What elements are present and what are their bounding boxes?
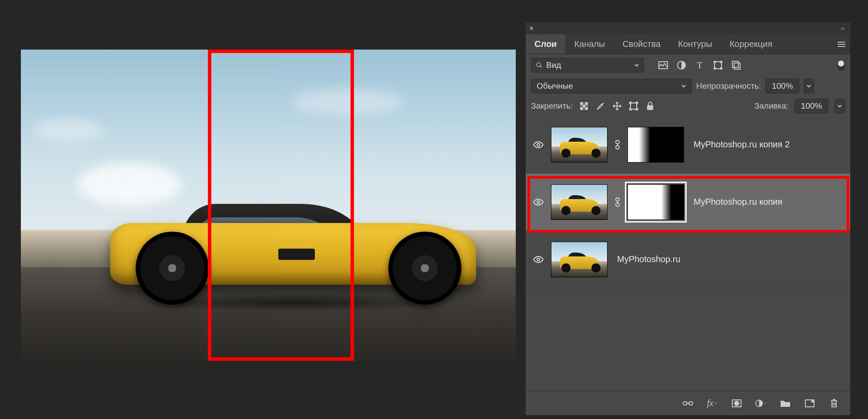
- annotation-rectangle-canvas: [208, 50, 354, 361]
- fill-value[interactable]: 100%: [795, 99, 828, 113]
- layer-effects-icon[interactable]: fx: [707, 398, 718, 409]
- svg-line-1: [540, 66, 541, 67]
- svg-rect-21: [616, 146, 619, 149]
- canvas[interactable]: [21, 50, 516, 361]
- mask-link-icon[interactable]: [614, 197, 621, 207]
- svg-rect-12: [580, 102, 583, 105]
- filter-adjustment-icon[interactable]: [676, 60, 687, 70]
- tab-channels[interactable]: Каналы: [565, 34, 614, 54]
- blend-mode-select[interactable]: Обычные: [531, 79, 692, 93]
- svg-rect-24: [616, 198, 619, 201]
- svg-rect-6: [721, 61, 722, 63]
- filter-shape-icon[interactable]: [713, 60, 723, 70]
- svg-point-32: [734, 401, 739, 406]
- opacity-value[interactable]: 100%: [765, 79, 799, 93]
- lock-brush-icon[interactable]: [595, 101, 606, 111]
- delete-layer-icon[interactable]: [828, 398, 840, 409]
- layer-mask-thumbnail[interactable]: [628, 127, 684, 163]
- blend-mode-label: Обычные: [537, 81, 573, 91]
- new-layer-icon[interactable]: [804, 398, 815, 409]
- filter-kind-label: Вид: [546, 60, 561, 70]
- lock-artboard-icon[interactable]: [628, 101, 639, 111]
- svg-rect-17: [631, 103, 637, 109]
- lock-position-icon[interactable]: [612, 101, 622, 111]
- svg-rect-9: [732, 61, 738, 67]
- layer-name-label[interactable]: MyPhotoshop.ru копия 2: [694, 140, 790, 150]
- layer-row[interactable]: MyPhotoshop.ru копия: [526, 173, 850, 231]
- link-layers-icon[interactable]: [682, 398, 694, 409]
- panel-menu-icon[interactable]: [833, 34, 850, 54]
- panel-titlebar: × ››: [526, 22, 850, 34]
- panel-tabs: Слои Каналы Свойства Контуры Коррекция: [526, 34, 850, 54]
- opacity-label: Непрозрачность:: [696, 81, 761, 91]
- lock-transparency-icon[interactable]: [579, 101, 589, 111]
- svg-rect-15: [580, 107, 583, 110]
- lock-fill-row: Закрепить: Заливка: 100%: [526, 96, 850, 116]
- svg-rect-7: [714, 68, 715, 70]
- svg-point-27: [537, 258, 540, 261]
- svg-rect-5: [714, 61, 715, 63]
- svg-rect-10: [734, 63, 740, 69]
- layers-list: MyPhotoshop.ru копия 2 MyPhotoshop.ru ко…: [526, 116, 850, 391]
- mask-link-icon[interactable]: [614, 140, 621, 150]
- tab-paths[interactable]: Контуры: [669, 34, 721, 54]
- collapse-icon[interactable]: ››: [835, 25, 850, 32]
- svg-rect-13: [585, 102, 588, 105]
- svg-point-19: [537, 143, 540, 146]
- tab-adjustments[interactable]: Коррекция: [721, 34, 781, 54]
- close-icon[interactable]: ×: [526, 24, 537, 33]
- layer-thumbnail[interactable]: [551, 127, 608, 163]
- add-mask-icon[interactable]: [731, 398, 742, 409]
- svg-rect-25: [616, 203, 619, 206]
- filter-pixel-icon[interactable]: [658, 60, 668, 70]
- svg-point-0: [537, 63, 541, 67]
- svg-point-23: [537, 201, 540, 203]
- tab-layers[interactable]: Слои: [526, 34, 565, 54]
- new-adjustment-icon[interactable]: [755, 398, 767, 409]
- layers-bottom-bar: fx: [526, 391, 850, 415]
- fill-chevron[interactable]: [835, 99, 845, 113]
- svg-rect-8: [721, 68, 722, 70]
- layer-filter-row: Вид T: [526, 54, 850, 76]
- visibility-toggle[interactable]: [532, 138, 545, 151]
- layer-name-label[interactable]: MyPhotoshop.ru: [617, 254, 681, 264]
- svg-rect-14: [583, 105, 585, 107]
- filter-smartobject-icon[interactable]: [731, 60, 741, 70]
- opacity-chevron[interactable]: [804, 79, 814, 93]
- layer-row[interactable]: MyPhotoshop.ru копия 2: [526, 116, 850, 173]
- tab-properties[interactable]: Свойства: [614, 34, 669, 54]
- svg-rect-16: [585, 107, 588, 110]
- layer-name-label[interactable]: MyPhotoshop.ru копия: [694, 197, 782, 207]
- layer-mask-thumbnail[interactable]: [628, 184, 684, 220]
- layer-row[interactable]: MyPhotoshop.ru: [526, 231, 850, 288]
- filter-kind-select[interactable]: Вид: [531, 58, 644, 73]
- filter-type-icon[interactable]: T: [694, 60, 705, 70]
- visibility-toggle[interactable]: [532, 253, 545, 266]
- svg-rect-20: [616, 140, 619, 144]
- blend-opacity-row: Обычные Непрозрачность: 100%: [526, 76, 850, 96]
- lock-all-icon[interactable]: [645, 101, 655, 111]
- filter-toggle[interactable]: [837, 60, 845, 71]
- layer-thumbnail[interactable]: [551, 242, 608, 277]
- visibility-toggle[interactable]: [532, 196, 545, 209]
- layer-thumbnail[interactable]: [551, 184, 608, 220]
- layers-panel: × ›› Слои Каналы Свойства Контуры Коррек…: [525, 22, 851, 416]
- fill-label: Заливка:: [754, 101, 788, 111]
- new-group-icon[interactable]: [780, 398, 791, 409]
- svg-rect-18: [647, 105, 653, 110]
- lock-label: Закрепить:: [531, 101, 573, 111]
